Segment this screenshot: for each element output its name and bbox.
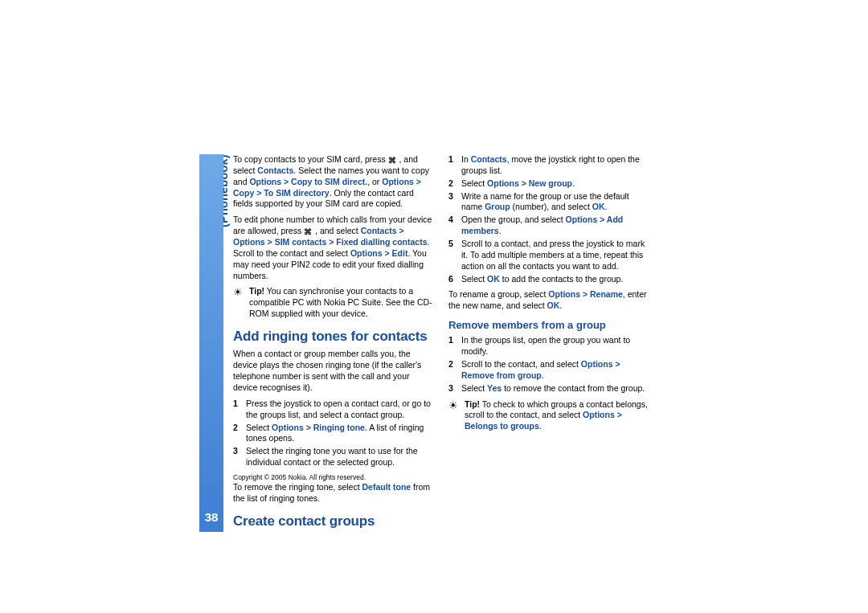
step: Select Options > Ringing tone. A list of… [233,423,432,445]
heading-remove-members: Remove members from a group [448,318,648,332]
tip-icon: ☀ [233,286,249,320]
step: Select Yes to remove the contact from th… [448,383,648,394]
link-group-name: Group [485,202,510,211]
para-remove-tone: To remove the ringing tone, select Defau… [233,482,432,505]
step: Select OK to add the contacts to the gro… [448,274,648,285]
step: Select Options > New group. [448,178,648,190]
link-new-group: Options > New group [487,178,572,188]
link-ok: OK [487,274,500,284]
step: Press the joystick to open a contact car… [233,398,432,421]
tip-sync: ☀ Tip! You can synchronise your contacts… [233,286,432,320]
steps-remove-members: In the groups list, open the group you w… [448,335,648,394]
link-ok: OK [592,202,605,211]
tip-belongs-to: ☀ Tip! To check to which groups a contac… [448,399,648,433]
page-number-bar: 38 [199,154,223,532]
tip-icon: ☀ [448,399,465,433]
heading-add-ringing-tones: Add ringing tones for contacts [233,328,432,345]
steps-create-groups: In Contacts, move the joystick right to … [448,154,648,284]
step: Write a name for the group or use the de… [448,191,648,214]
para-rename-group: To rename a group, select Options > Rena… [448,289,648,312]
link-contacts: Contacts [257,166,293,175]
menu-key-icon: ⌘ [388,155,397,164]
link-ringing-tone: Options > Ringing tone [272,423,365,432]
para-edit-fixed-dialling: To edit phone number to which calls from… [233,215,432,281]
link-default-tone: Default tone [362,482,411,492]
step: Select the ringing tone you want to use … [233,446,432,468]
copyright-footer: Copyright © 2005 Nokia. All rights reser… [233,473,432,482]
heading-create-groups: Create contact groups [233,513,432,530]
link-options-edit: Options > Edit [350,248,407,258]
link-ok: OK [547,300,560,310]
para-ringing-tones: When a contact or group member calls you… [233,349,432,393]
steps-ringing-tones: Press the joystick to open a contact car… [233,398,432,468]
para-copy-sim: To copy contacts to your SIM card, press… [233,154,432,210]
link-yes: Yes [487,383,502,393]
link-contacts: Contacts [471,154,507,164]
tip-label: Tip! [249,286,264,296]
link-copy-sim-direct: Options > Copy to SIM direct. [249,177,367,186]
document-page: Contacts (Phonebook) 38 To copy contacts… [0,0,868,613]
step: In the groups list, open the group you w… [448,335,648,358]
step: Scroll to the contact, and select Option… [448,359,648,382]
body-content: To copy contacts to your SIM card, press… [233,154,648,532]
tip-label: Tip! [465,399,480,409]
page-number: 38 [205,510,219,524]
step: Open the group, and select Options > Add… [448,215,648,237]
link-rename: Options > Rename [548,289,622,299]
step: In Contacts, move the joystick right to … [448,154,648,177]
step: Scroll to a contact, and press the joyst… [448,239,648,272]
menu-key-icon: ⌘ [304,227,313,235]
